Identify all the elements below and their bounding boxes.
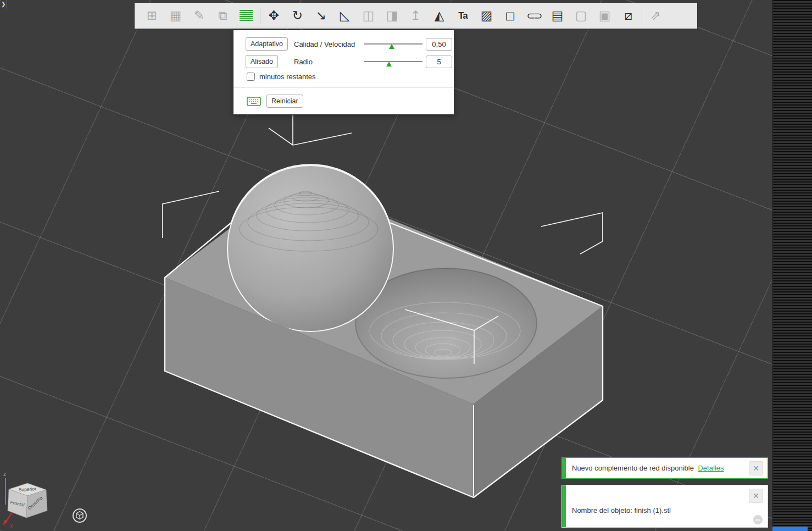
reset-button[interactable]: Reiniciar	[266, 95, 303, 108]
bbox-corner-right-marker	[541, 213, 603, 254]
details-link[interactable]: Detalles	[698, 464, 724, 472]
radius-slider[interactable]	[364, 56, 422, 67]
minutes-remaining-option[interactable]: minutos restantes	[247, 73, 454, 81]
array-icon: ▦	[164, 5, 187, 27]
measure-icon[interactable]: ⧄	[616, 5, 640, 27]
selection-outline	[165, 164, 603, 497]
split-icon: ◫	[357, 5, 380, 27]
quality-speed-input[interactable]	[426, 38, 452, 51]
radius-label: Radio	[294, 58, 364, 66]
quality-speed-slider[interactable]	[364, 38, 422, 49]
tool-settings-panel: Adaptativo Calidad / Velocidad Alisado R…	[233, 30, 454, 114]
mirror-icon: ◨	[380, 5, 404, 27]
close-icon[interactable]: ✕	[749, 461, 763, 475]
text-tool-icon[interactable]: Ta	[451, 5, 475, 27]
right-striped-strip	[772, 0, 812, 531]
export-icon: ⇗	[644, 5, 668, 27]
plane-icon[interactable]: ◺	[333, 5, 357, 27]
object-info-toast: Nombre del objeto: finish (1).stl Tamaño…	[561, 485, 768, 528]
slider-thumb-icon[interactable]	[389, 44, 394, 49]
axis-x-label: x	[10, 523, 13, 529]
pattern-b-icon: ▣	[593, 5, 616, 27]
update-toast: Nuevo complemento de red disponible Deta…	[561, 457, 768, 479]
bottom-right-partial-button[interactable]	[772, 527, 808, 531]
panel-footer: Reiniciar	[247, 95, 454, 108]
view-cube-top-label: Superior	[19, 486, 37, 493]
close-icon[interactable]: ✕	[749, 489, 763, 503]
toast-accent-bar	[562, 485, 566, 527]
slice-layers-icon[interactable]	[235, 5, 258, 27]
orbit-reset-button[interactable]	[70, 506, 89, 525]
adaptive-toggle-button[interactable]: Adaptativo	[246, 37, 288, 51]
radius-input[interactable]	[426, 56, 452, 68]
add-primitive-icon: ⊞	[140, 5, 164, 27]
wrap-icon[interactable]: ⊂⊃	[522, 5, 546, 27]
model-finish-stl[interactable]	[165, 164, 603, 497]
main-toolbar: ⊞ ▦ ✎ ⧉ ✥ ↻ ↘ ◺ ◫ ◨ ↥ ◭ Ta ▨ ◻ ⊂⊃ ▤ ▢ ▣ …	[135, 3, 697, 29]
axis-x-line	[6, 512, 12, 522]
radius-row: Alisado Radio	[246, 55, 454, 68]
bbox-corner-top-marker	[269, 115, 352, 145]
object-name-text: Nombre del objeto: finish (1).stl	[572, 506, 743, 515]
toast-resize-icon[interactable]	[753, 515, 763, 524]
sketch-icon: ✎	[187, 5, 211, 27]
axis-z-label: z	[3, 471, 6, 477]
emboss-box-icon[interactable]: ◻	[498, 5, 522, 27]
keyboard-icon[interactable]	[247, 97, 261, 106]
model-dome	[227, 165, 393, 331]
toolbar-separator	[260, 8, 260, 24]
slider-thumb-icon[interactable]	[386, 62, 392, 67]
app-window: ❯ ⊞ ▦ ✎ ⧉ ✥ ↻ ↘ ◺ ◫ ◨ ↥ ◭ Ta ▨ ◻ ⊂⊃ ▤ ▢ …	[0, 0, 812, 531]
panel-divider	[233, 87, 454, 88]
texture-icon[interactable]: ▨	[475, 5, 498, 27]
quality-speed-row: Adaptativo Calidad / Velocidad	[246, 37, 454, 51]
combine-icon: ⧉	[211, 5, 235, 27]
slider-track	[364, 61, 422, 62]
scale-icon[interactable]: ↘	[309, 5, 333, 27]
expand-panel-icon[interactable]: ❯	[0, 0, 7, 9]
minutes-remaining-checkbox[interactable]	[247, 73, 255, 81]
update-toast-text: Nuevo complemento de red disponible	[572, 464, 694, 472]
rotate-icon[interactable]: ↻	[286, 5, 309, 27]
minutes-remaining-label: minutos restantes	[259, 73, 316, 81]
layer-stack-icon[interactable]: ▤	[546, 5, 569, 27]
bbox-corner-left-marker	[163, 191, 219, 238]
slice-layers-glyph	[240, 10, 253, 21]
pattern-a-icon: ▢	[569, 5, 593, 27]
model-top-face	[165, 180, 603, 404]
toolbar-separator	[642, 8, 642, 24]
paint-icon[interactable]: ◭	[427, 5, 451, 27]
pivot-axes	[405, 309, 498, 364]
model-cavity	[355, 268, 537, 378]
smooth-toggle-button[interactable]: Alisado	[246, 55, 278, 68]
model-front-face	[165, 278, 474, 497]
move-icon[interactable]: ✥	[262, 5, 286, 27]
toast-accent-bar	[562, 458, 566, 478]
stamp-icon: ↥	[404, 5, 427, 27]
view-cube[interactable]: z Superior Frontal Derecha x	[1, 467, 63, 531]
quality-speed-label: Calidad / Velocidad	[294, 40, 364, 48]
